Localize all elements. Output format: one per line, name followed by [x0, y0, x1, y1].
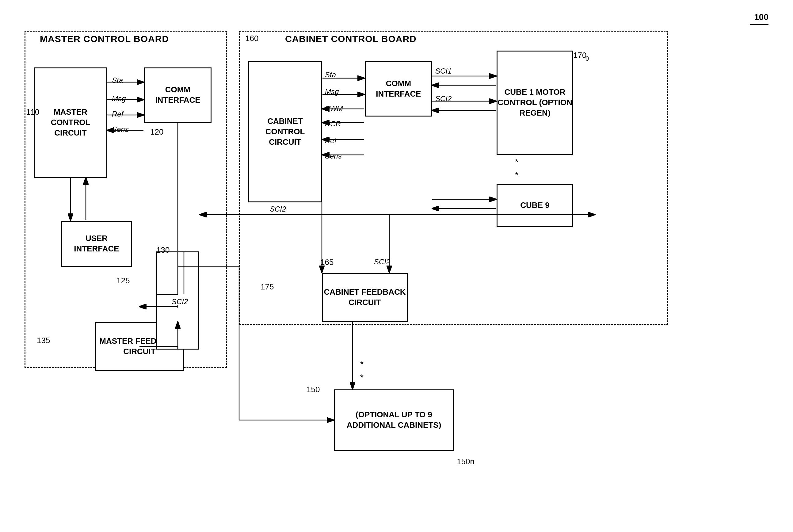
- cabinet-feedback-circuit-label: CABINET FEEDBACK CIRCUIT: [323, 287, 407, 308]
- cabinet-feedback-circuit-box: CABINET FEEDBACK CIRCUIT: [322, 273, 408, 322]
- asterisk-3: *: [360, 359, 364, 369]
- ref-165: 165: [320, 258, 333, 267]
- ref-130: 130: [156, 245, 170, 255]
- cabinet-control-circuit-box: CABINET CONTROL CIRCUIT: [248, 61, 322, 202]
- signal-msg-cabinet: Msg: [325, 88, 339, 96]
- ref-170-subscript: 0: [585, 55, 589, 62]
- cube1-motor-control-label: CUBE 1 MOTOR CONTROL (OPTION REGEN): [498, 87, 572, 118]
- signal-sci1: SCI1: [435, 67, 451, 75]
- signal-sta-cabinet: Sta: [325, 71, 336, 79]
- user-interface-label: USER INTERFACE: [62, 233, 131, 254]
- master-control-circuit-label: MASTER CONTROL CIRCUIT: [35, 107, 107, 138]
- signal-ref-cabinet: Ref: [325, 136, 336, 145]
- ref-120: 120: [150, 127, 163, 137]
- signal-msg-master: Msg: [112, 94, 126, 103]
- ref-150: 150: [307, 385, 320, 394]
- ref-125: 125: [116, 276, 130, 285]
- signal-pwm-cabinet: PWM: [325, 104, 343, 113]
- asterisk-2: *: [515, 170, 518, 180]
- cabinet-comm-interface-label: COMM INTERFACE: [366, 78, 431, 99]
- master-comm-interface-label: COMM INTERFACE: [145, 84, 211, 106]
- ref-100: 100: [754, 12, 769, 22]
- optional-cabinets-box: (OPTIONAL UP TO 9 ADDITIONAL CABINETS): [334, 390, 454, 451]
- master-comm-interface-box: COMM INTERFACE: [144, 68, 212, 122]
- ref-175: 175: [260, 282, 274, 291]
- signal-dcr-cabinet: DCR: [325, 119, 341, 128]
- ref-110: 110: [26, 107, 39, 117]
- signal-sci2-feedback: SCI2: [374, 258, 390, 266]
- ref-170: 170: [573, 51, 586, 60]
- cabinet-control-circuit-label: CABINET CONTROL CIRCUIT: [249, 116, 321, 147]
- ref-160: 160: [245, 34, 258, 43]
- user-interface-box: USER INTERFACE: [61, 221, 132, 267]
- ref-150n: 150n: [457, 457, 475, 467]
- signal-sci2-bus: SCI2: [270, 205, 286, 213]
- asterisk-1: *: [515, 157, 518, 167]
- cube9-box: CUBE 9: [497, 184, 573, 227]
- cabinet-control-board-title: CABINET CONTROL BOARD: [285, 34, 417, 44]
- diagram: 100 MASTER CONTROL BOARD MASTER CONTROL …: [0, 0, 793, 532]
- signal-ref-master: Ref: [112, 110, 123, 118]
- cabinet-comm-interface-box: COMM INTERFACE: [365, 61, 432, 116]
- signal-sens-cabinet: Sens: [325, 152, 342, 160]
- optional-cabinets-label: (OPTIONAL UP TO 9 ADDITIONAL CABINETS): [335, 410, 453, 431]
- master-control-board-title: MASTER CONTROL BOARD: [40, 34, 169, 44]
- signal-sta-master: Sta: [112, 76, 123, 84]
- cube9-label: CUBE 9: [520, 200, 549, 211]
- signal-sci2-master: SCI2: [172, 298, 188, 306]
- signal-sci2-cube: SCI2: [435, 94, 451, 103]
- ref-135: 135: [37, 336, 50, 345]
- cube1-motor-control-box: CUBE 1 MOTOR CONTROL (OPTION REGEN): [497, 51, 573, 155]
- signal-sens-master: Sens: [112, 125, 129, 134]
- asterisk-4: *: [360, 373, 364, 382]
- master-control-circuit-box: MASTER CONTROL CIRCUIT: [34, 68, 107, 178]
